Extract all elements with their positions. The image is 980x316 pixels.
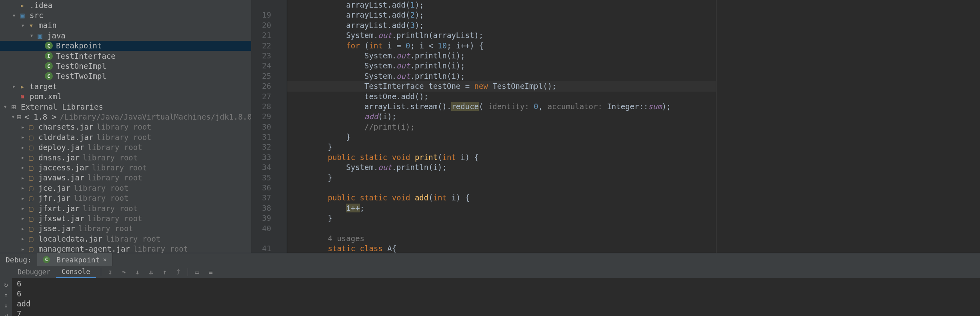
evaluate-icon[interactable]: ≡ — [206, 268, 215, 276]
tree-item[interactable]: ▾▣java — [0, 30, 251, 40]
tree-item[interactable]: ▸▢dnsns.jarlibrary root — [0, 152, 251, 162]
line-number[interactable]: 32 — [251, 142, 271, 152]
chevron-right-icon[interactable]: ▸ — [20, 165, 26, 170]
line-number[interactable]: 39 — [251, 213, 271, 223]
code-line[interactable]: System.out.println(i); — [287, 61, 716, 71]
code-line[interactable]: } — [287, 132, 716, 142]
line-number[interactable]: 36 — [251, 183, 271, 193]
tree-item[interactable]: ▸▢management-agent.jarlibrary root — [0, 244, 251, 253]
force-step-into-icon[interactable]: ⇊ — [147, 268, 156, 276]
chevron-right-icon[interactable]: ▸ — [20, 124, 26, 130]
tree-item[interactable]: ▸▢deploy.jarlibrary root — [0, 142, 251, 152]
step-out-icon[interactable]: ↑ — [160, 268, 169, 276]
fold-column[interactable] — [279, 0, 287, 253]
chevron-down-icon[interactable]: ▾ — [11, 12, 17, 18]
line-number[interactable]: 41 — [251, 244, 271, 253]
line-number[interactable]: 27 — [251, 92, 271, 102]
tab-debugger[interactable]: Debugger — [12, 266, 56, 278]
code-line[interactable]: System.out.println(i); — [287, 71, 716, 81]
tree-item[interactable]: ▸▢charsets.jarlibrary root — [0, 122, 251, 132]
rerun-icon[interactable]: ↻ — [2, 280, 10, 288]
tree-item[interactable]: CBreakpoint — [0, 41, 251, 51]
chevron-right-icon[interactable]: ▸ — [20, 134, 26, 140]
project-tree[interactable]: ▸.idea▾▣src▾▾main▾▣java CBreakpoint ITes… — [0, 0, 251, 253]
chevron-right-icon[interactable]: ▸ — [20, 175, 26, 180]
console-output[interactable]: 66add7 — [12, 278, 980, 316]
run-to-cursor-icon[interactable]: ▭ — [193, 268, 202, 276]
tree-item[interactable]: ▸▢jfr.jarlibrary root — [0, 193, 251, 203]
chevron-right-icon[interactable]: ▸ — [11, 84, 17, 89]
code-line[interactable]: //print(i); — [287, 122, 716, 132]
step-over-icon[interactable]: ↷ — [120, 268, 128, 276]
chevron-right-icon[interactable]: ▸ — [20, 246, 26, 252]
line-number[interactable]: 30 — [251, 122, 271, 132]
chevron-down-icon[interactable]: ▾ — [11, 114, 15, 120]
tab-console[interactable]: Console — [56, 266, 96, 278]
code-line[interactable] — [287, 224, 716, 234]
tree-item[interactable]: ▸▢jaccess.jarlibrary root — [0, 162, 251, 172]
code-line[interactable]: TestInterface testOne = new TestOneImpl(… — [287, 81, 716, 91]
line-number[interactable]: 38 — [251, 203, 271, 213]
tree-item[interactable]: ▸.idea — [0, 0, 251, 10]
down-icon[interactable]: ↓ — [2, 301, 10, 309]
line-number[interactable]: 24 — [251, 61, 271, 71]
code-line[interactable]: for (int i = 0; i < 10; i++) { — [287, 41, 716, 51]
line-number[interactable] — [251, 234, 271, 244]
tree-item[interactable]: ▸▢javaws.jarlibrary root — [0, 173, 251, 183]
line-number[interactable]: 20 — [251, 20, 271, 30]
tree-item[interactable]: mpom.xml — [0, 92, 251, 102]
tree-item[interactable]: CTestOneImpl — [0, 61, 251, 71]
debug-config-tab[interactable]: C Breakpoint ✕ — [37, 253, 112, 266]
tree-item[interactable]: ▾⊞External Libraries — [0, 102, 251, 112]
line-number[interactable]: 33 — [251, 152, 271, 162]
line-number-gutter[interactable]: 1920212223242526272829303132333435363738… — [251, 0, 279, 253]
code-line[interactable]: static class A{ — [287, 244, 716, 253]
code-line[interactable]: testOne.add(); — [287, 92, 716, 102]
chevron-down-icon[interactable]: ▾ — [20, 22, 26, 28]
line-number[interactable]: 26 — [251, 81, 271, 91]
tree-item[interactable]: ▸▢cldrdata.jarlibrary root — [0, 132, 251, 142]
line-number[interactable]: 23 — [251, 51, 271, 61]
close-icon[interactable]: ✕ — [103, 256, 106, 263]
chevron-right-icon[interactable]: ▸ — [20, 185, 26, 191]
debug-toolwindow[interactable]: Debug: C Breakpoint ✕ Debugger Console ↧… — [0, 253, 980, 316]
chevron-right-icon[interactable]: ▸ — [20, 206, 26, 211]
chevron-right-icon[interactable]: ▸ — [20, 144, 26, 150]
code-line[interactable]: arrayList.add(2); — [287, 10, 716, 20]
tree-item[interactable]: CTestTwoImpl — [0, 71, 251, 81]
line-number[interactable]: 25 — [251, 71, 271, 81]
code-line[interactable]: arrayList.add(3); — [287, 20, 716, 30]
code-line[interactable]: public static void add(int i) { — [287, 193, 716, 203]
code-line[interactable]: System.out.println(i); — [287, 51, 716, 61]
line-number[interactable]: 34 — [251, 162, 271, 172]
line-number[interactable]: 40 — [251, 224, 271, 234]
tree-item[interactable]: ▸▢jfxrt.jarlibrary root — [0, 203, 251, 213]
code-line[interactable] — [287, 183, 716, 193]
code-line[interactable]: add(i); — [287, 112, 716, 122]
line-number[interactable] — [251, 0, 271, 10]
code-line[interactable]: i++; — [287, 203, 716, 213]
code-area[interactable]: arrayList.add(1); arrayList.add(2); arra… — [287, 0, 716, 253]
tree-item[interactable]: ▸▢localedata.jarlibrary root — [0, 234, 251, 244]
tree-item[interactable]: ▸▢jfxswt.jarlibrary root — [0, 213, 251, 223]
code-line[interactable]: } — [287, 142, 716, 152]
code-line[interactable]: System.out.println(arrayList); — [287, 30, 716, 40]
tree-item[interactable]: ▸▢jsse.jarlibrary root — [0, 224, 251, 234]
line-number[interactable]: 19 — [251, 10, 271, 20]
tree-item[interactable]: ▾▣src — [0, 10, 251, 20]
code-line[interactable]: arrayList.stream().reduce( identity: 0, … — [287, 102, 716, 112]
code-line[interactable]: System.out.println(i); — [287, 162, 716, 172]
chevron-down-icon[interactable]: ▾ — [2, 104, 8, 110]
soft-wrap-icon[interactable]: ⤶ — [2, 312, 10, 316]
scroll-icon[interactable]: ↑ — [2, 291, 10, 299]
tree-item[interactable]: ▸▢jce.jarlibrary root — [0, 183, 251, 193]
code-line[interactable]: public static void print(int i) { — [287, 152, 716, 162]
chevron-right-icon[interactable]: ▸ — [20, 226, 26, 231]
code-line[interactable]: } — [287, 213, 716, 223]
tree-item[interactable]: ▾▾main — [0, 20, 251, 30]
tree-item[interactable]: ITestInterface — [0, 51, 251, 61]
line-number[interactable]: 37 — [251, 193, 271, 203]
code-line[interactable]: } — [287, 173, 716, 183]
line-number[interactable]: 28 — [251, 102, 271, 112]
tree-item[interactable]: ▸▸target — [0, 81, 251, 91]
